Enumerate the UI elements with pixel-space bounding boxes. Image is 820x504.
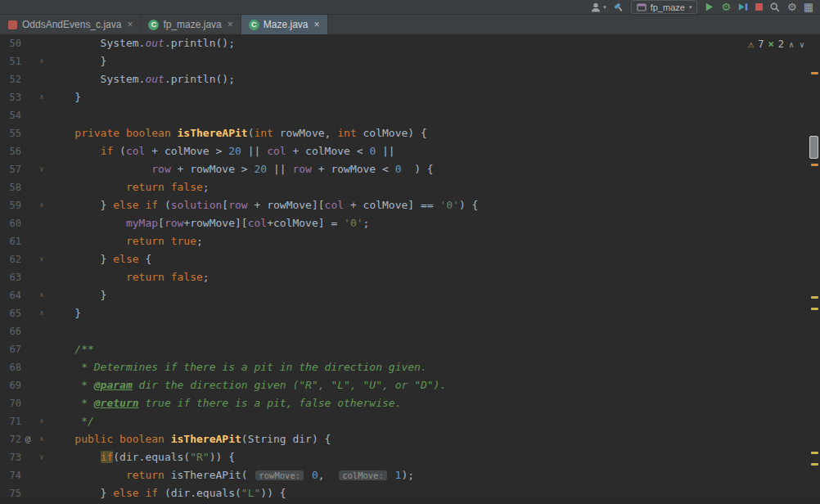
window-layout-icon[interactable]: ▦	[804, 1, 813, 14]
parameter-hint[interactable]: rowMove:	[255, 470, 304, 480]
code-line[interactable]: 59∧ } else if (solution[row + rowMove][c…	[0, 196, 820, 214]
fold-marker-icon[interactable]: ∨	[34, 160, 49, 178]
code-line[interactable]: 72@∧ public boolean isThereAPit(String d…	[0, 430, 820, 448]
inspection-widget[interactable]: ⚠ 7 × 2 ∧ ∨	[748, 38, 805, 50]
code-text[interactable]	[49, 106, 820, 124]
code-line[interactable]: 69 * @param dir the direction given ("R"…	[0, 376, 820, 394]
code-line[interactable]: 62∨ } else {	[0, 250, 820, 268]
code-text[interactable]: private boolean isThereAPit(int rowMove,…	[49, 124, 820, 142]
code-line[interactable]: 57∨ row + rowMove > 20 || row + rowMove …	[0, 160, 820, 178]
scrollbar-thumb[interactable]	[809, 136, 818, 159]
code-text[interactable]: System.out.println();	[49, 70, 820, 88]
fold-marker-icon[interactable]: ∧	[34, 430, 49, 448]
fold-marker-icon[interactable]: ∧	[34, 286, 49, 304]
code-text[interactable]: return false;	[49, 268, 820, 286]
code-text[interactable]: }	[49, 88, 820, 106]
line-number: 52	[0, 70, 21, 88]
code-line[interactable]: 61 return true;	[0, 232, 820, 250]
ide-window: ▾ fp_maze ▾ ⚙	[0, 0, 820, 504]
code-line[interactable]: 55 private boolean isThereAPit(int rowMo…	[0, 124, 820, 142]
code-line[interactable]: 67 /**	[0, 340, 820, 358]
line-number: 51	[0, 52, 21, 70]
code-line[interactable]: 50 System.out.println();	[0, 34, 820, 52]
error-stripe-mark[interactable]	[811, 72, 818, 74]
code-text[interactable]: } else {	[49, 250, 820, 268]
code-text[interactable]: return false;	[49, 178, 820, 196]
prev-issue-button[interactable]: ∧	[788, 40, 795, 49]
gutter-space	[21, 376, 34, 394]
error-stripe-mark[interactable]	[811, 296, 818, 299]
code-line[interactable]: 56 if (col + colMove > 20 || col + colMo…	[0, 142, 820, 160]
code-text[interactable]: /**	[49, 340, 820, 358]
code-text[interactable]: return isThereAPit( rowMove: 0, colMove:…	[49, 466, 820, 484]
code-line[interactable]: 70 * @return true if there is a pit, fal…	[0, 394, 820, 412]
code-text[interactable]: }	[49, 304, 820, 322]
code-line[interactable]: 64∧ }	[0, 286, 820, 304]
code-text[interactable]: }	[49, 52, 820, 70]
code-line[interactable]: 66	[0, 322, 820, 340]
annotation-gutter-icon[interactable]: @	[21, 430, 34, 448]
code-line[interactable]: 60 myMap[row+rowMove][col+colMove] = '0'…	[0, 214, 820, 232]
fold-marker-icon[interactable]: ∨	[34, 250, 49, 268]
error-stripe-mark[interactable]	[811, 452, 818, 454]
close-icon[interactable]: ×	[127, 20, 133, 29]
run-config-selector[interactable]: fp_maze ▾	[631, 0, 698, 14]
build-hammer-icon[interactable]	[613, 1, 624, 14]
tab-label: OddsAndEvens_c.java	[22, 19, 121, 30]
profiler-icon[interactable]	[737, 1, 749, 14]
code-line[interactable]: 63 return false;	[0, 268, 820, 286]
fold-marker-icon[interactable]: ∨	[34, 448, 49, 466]
code-line[interactable]: 51∧ }	[0, 52, 820, 70]
fold-column	[34, 178, 49, 196]
run-icon[interactable]	[704, 1, 714, 14]
tab-maze-active[interactable]: C Maze.java ×	[241, 15, 328, 34]
fold-marker-icon[interactable]: ∧	[34, 52, 49, 70]
code-text[interactable]: */	[49, 412, 820, 430]
code-text[interactable]: if (col + colMove > 20 || col + colMove …	[49, 142, 820, 160]
code-line[interactable]: 73∨ if(dir.equals("R")) {	[0, 448, 820, 466]
code-text[interactable]: System.out.println();	[49, 34, 820, 52]
code-text[interactable]: }	[49, 286, 820, 304]
editor[interactable]: 50 System.out.println();51∧ }52 System.o…	[0, 34, 820, 504]
code-line[interactable]: 58 return false;	[0, 178, 820, 196]
tab-fp-maze[interactable]: C fp_maze.java ×	[141, 15, 241, 34]
gutter-space	[21, 268, 34, 286]
code-text[interactable]: } else if (solution[row + rowMove][col +…	[49, 196, 820, 214]
code-text[interactable]: row + rowMove > 20 || row + rowMove < 0 …	[49, 160, 820, 178]
code-line[interactable]: 53∧ }	[0, 88, 820, 106]
code-text[interactable]: return true;	[49, 232, 820, 250]
search-icon[interactable]	[769, 1, 781, 14]
code-line[interactable]: 65∧ }	[0, 304, 820, 322]
fold-marker-icon[interactable]: ∧	[34, 412, 49, 430]
code-text[interactable]: if(dir.equals("R")) {	[49, 448, 820, 466]
fold-marker-icon[interactable]: ∧	[34, 304, 49, 322]
code-line[interactable]: 74 return isThereAPit( rowMove: 0, colMo…	[0, 466, 820, 484]
code-text[interactable]: public boolean isThereAPit(String dir) {	[49, 430, 820, 448]
fold-marker-icon[interactable]: ∧	[34, 88, 49, 106]
code-text[interactable]: * @param dir the direction given ("R", "…	[49, 376, 820, 394]
next-issue-button[interactable]: ∨	[799, 40, 805, 49]
coverage-icon[interactable]: ⚙	[721, 1, 731, 14]
stop-icon[interactable]	[755, 1, 763, 14]
close-icon[interactable]: ×	[228, 20, 233, 29]
user-icon[interactable]: ▾	[590, 1, 606, 14]
error-stripe-mark[interactable]	[811, 463, 818, 466]
code-text[interactable]: * Determines if there is a pit in the di…	[49, 358, 820, 376]
fold-marker-icon[interactable]: ∧	[34, 196, 49, 214]
error-stripe-mark[interactable]	[811, 308, 818, 310]
parameter-hint[interactable]: colMove:	[339, 470, 387, 480]
code-line[interactable]: 68 * Determines if there is a pit in the…	[0, 358, 820, 376]
close-icon[interactable]: ×	[314, 20, 320, 29]
settings-icon[interactable]: ⚙	[787, 1, 797, 14]
code-area[interactable]: 50 System.out.println();51∧ }52 System.o…	[0, 34, 820, 502]
code-text[interactable]	[49, 322, 820, 340]
error-stripe[interactable]	[809, 34, 820, 498]
code-line[interactable]: 54	[0, 106, 820, 124]
code-line[interactable]: 71∧ */	[0, 412, 820, 430]
code-line[interactable]: 52 System.out.println();	[0, 70, 820, 88]
code-text[interactable]: myMap[row+rowMove][col+colMove] = '0';	[49, 214, 820, 232]
fold-column	[34, 232, 49, 250]
tab-oddsandevens[interactable]: OddsAndEvens_c.java ×	[0, 15, 141, 34]
code-text[interactable]: * @return true if there is a pit, false …	[49, 394, 820, 412]
error-stripe-mark[interactable]	[811, 164, 818, 166]
